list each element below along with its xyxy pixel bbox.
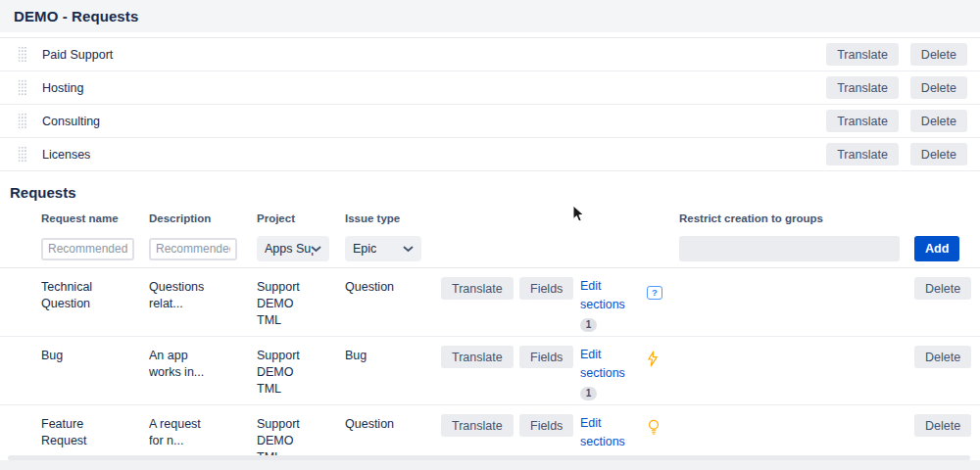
section-name: Paid Support: [42, 48, 113, 62]
translate-button[interactable]: Translate: [826, 143, 899, 165]
fields-button[interactable]: Fields: [519, 414, 573, 437]
page-header: DEMO - Requests: [0, 0, 980, 32]
chevron-down-icon: [403, 246, 414, 253]
column-header-description: Description: [149, 210, 257, 224]
translate-button[interactable]: Translate: [826, 43, 899, 66]
translate-button[interactable]: Translate: [441, 414, 514, 437]
drag-handle-icon[interactable]: [18, 79, 26, 96]
add-button[interactable]: Add: [914, 236, 959, 261]
translate-button[interactable]: Translate: [441, 277, 514, 300]
request-name: Feature Request: [41, 414, 120, 449]
translate-button[interactable]: Translate: [826, 110, 899, 132]
request-description: An app works in...: [149, 346, 218, 381]
section-name: Hosting: [42, 81, 83, 95]
sections-count-badge: 1: [580, 318, 597, 332]
request-description: A request for n...: [149, 414, 218, 449]
request-issue-type: Bug: [345, 346, 441, 364]
lightning-icon: [647, 351, 659, 367]
section-row: Paid Support Translate Delete: [0, 38, 980, 71]
section-row: Hosting Translate Delete: [0, 71, 980, 105]
edit-sections-link[interactable]: Edit sections: [580, 346, 637, 383]
section-name: Licenses: [42, 148, 90, 162]
page-title: DEMO - Requests: [14, 8, 138, 24]
request-issue-type: Question: [345, 414, 441, 433]
sections-list: Paid Support Translate Delete Hosting Tr…: [0, 37, 980, 171]
project-select[interactable]: Apps Supp: [257, 236, 329, 261]
add-request-row: Apps Supp Epic Add: [0, 230, 980, 268]
section-row: Licenses Translate Delete: [0, 138, 980, 171]
request-name: Bug: [41, 346, 120, 364]
request-name: Technical Question: [41, 277, 120, 312]
translate-button[interactable]: Translate: [826, 76, 899, 99]
column-header-restrict: Restrict creation to groups: [679, 210, 914, 224]
description-input[interactable]: [149, 238, 237, 260]
sections-count-badge: 1: [580, 387, 597, 400]
edit-sections-link[interactable]: Edit sections: [580, 414, 637, 451]
restrict-groups-input[interactable]: [679, 236, 900, 261]
request-name-input[interactable]: [41, 238, 134, 260]
delete-button[interactable]: Delete: [910, 143, 967, 165]
bottom-band: [0, 460, 980, 470]
lightbulb-icon: [647, 419, 661, 436]
edit-sections-link[interactable]: Edit sections: [580, 277, 637, 314]
drag-handle-icon[interactable]: [18, 46, 26, 63]
drag-handle-icon[interactable]: [18, 113, 26, 129]
fields-button[interactable]: Fields: [519, 346, 573, 368]
request-issue-type: Question: [345, 277, 441, 296]
column-header-project: Project: [257, 210, 345, 224]
chevron-down-icon: [311, 246, 321, 253]
request-row: Bug An app works in... Support DEMO TML …: [0, 337, 980, 405]
requests-heading: Requests: [10, 184, 980, 201]
requests-table-header: Request name Description Project Issue t…: [0, 210, 980, 224]
section-row: Consulting Translate Delete: [0, 105, 980, 138]
translate-button[interactable]: Translate: [441, 346, 514, 368]
column-header-issue-type: Issue type: [345, 210, 441, 224]
request-row: Technical Question Questions relat... Su…: [0, 268, 980, 337]
drag-handle-icon[interactable]: [18, 146, 26, 163]
fields-button[interactable]: Fields: [519, 277, 573, 300]
column-header-request-name: Request name: [41, 210, 149, 224]
delete-button[interactable]: Delete: [910, 76, 967, 99]
delete-button[interactable]: Delete: [914, 346, 971, 368]
request-project: Support DEMO TML: [257, 346, 308, 398]
section-name: Consulting: [42, 115, 100, 128]
issue-type-select[interactable]: Epic: [345, 236, 421, 261]
question-bubble-icon: ?: [647, 286, 662, 300]
project-select-value: Apps Supp: [265, 242, 317, 256]
issue-type-select-value: Epic: [353, 242, 376, 256]
delete-button[interactable]: Delete: [914, 277, 971, 300]
delete-button[interactable]: Delete: [914, 414, 971, 437]
request-project: Support DEMO TML: [257, 277, 308, 329]
request-description: Questions relat...: [149, 277, 218, 312]
delete-button[interactable]: Delete: [910, 110, 967, 132]
delete-button[interactable]: Delete: [910, 43, 967, 66]
